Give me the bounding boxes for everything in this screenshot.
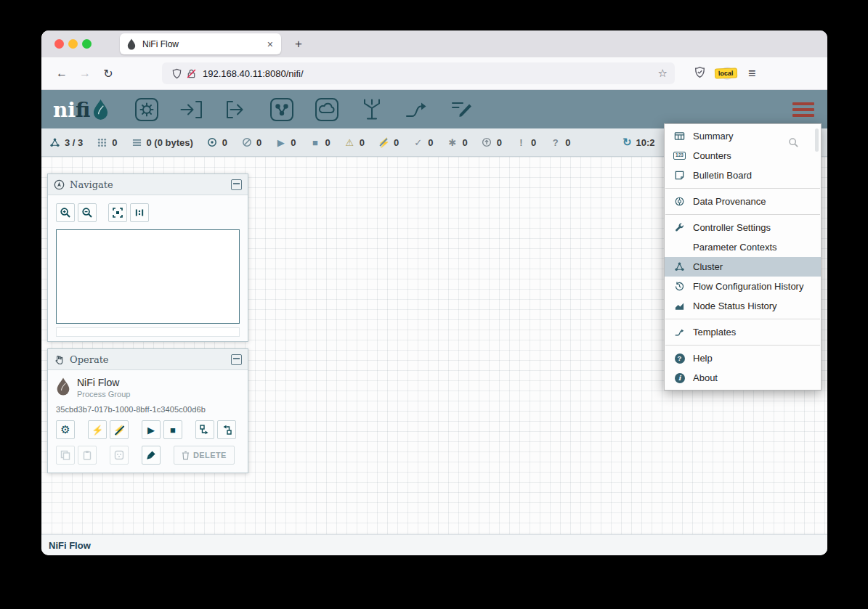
- enable-button[interactable]: ⚡: [88, 420, 107, 439]
- label-icon[interactable]: [449, 97, 475, 123]
- menu-item-node-status-history[interactable]: Node Status History: [665, 296, 821, 316]
- menu-item-templates[interactable]: Templates: [665, 322, 821, 342]
- url-text[interactable]: 192.168.40.11:8080/nifi/: [203, 68, 658, 79]
- menu-item-controller-settings[interactable]: Controller Settings: [665, 218, 821, 237]
- queued-status: 0 (0 bytes): [131, 136, 193, 148]
- window-close-button[interactable]: [54, 39, 64, 49]
- new-tab-button[interactable]: +: [290, 36, 307, 53]
- group-button[interactable]: [110, 446, 129, 465]
- locally-modified-stale-status: !0: [515, 136, 536, 148]
- navigate-icon: [54, 179, 65, 190]
- disable-button[interactable]: ⚡: [110, 420, 129, 439]
- change-version-button[interactable]: [217, 420, 236, 439]
- configuration-button[interactable]: ⚙: [56, 420, 75, 439]
- paste-button[interactable]: [78, 446, 97, 465]
- invalid-icon: ⚠: [344, 136, 356, 148]
- back-button[interactable]: ←: [50, 67, 73, 80]
- operate-title: Operate: [70, 354, 109, 365]
- nifi-global-menu-button[interactable]: [792, 102, 814, 117]
- parameter-contexts-icon: [673, 242, 686, 253]
- window-minimize-button[interactable]: [68, 39, 78, 49]
- browser-window: NiFi Flow × + ← → ↻ 192.168.40.11:8080/n…: [41, 30, 827, 555]
- running-status: ▶0: [275, 136, 296, 148]
- navigate-collapse-button[interactable]: [231, 179, 242, 190]
- bookmark-star-icon[interactable]: ☆: [658, 67, 668, 80]
- not-transmitting-icon: [240, 136, 253, 148]
- window-zoom-button[interactable]: [82, 39, 92, 49]
- disabled-status: ⚡0: [378, 136, 399, 148]
- refresh-icon[interactable]: ↻: [622, 136, 632, 149]
- zoom-actual-size-button[interactable]: [130, 203, 149, 222]
- last-refreshed-time: 10:2: [636, 137, 655, 148]
- reload-button[interactable]: ↻: [97, 67, 120, 81]
- firefox-menu-icon[interactable]: ≡: [748, 66, 756, 81]
- counters-icon: 123: [673, 150, 686, 162]
- operate-collapse-button[interactable]: [231, 354, 242, 365]
- running-icon: ▶: [275, 136, 287, 148]
- template-icon[interactable]: [404, 97, 430, 123]
- zoom-in-button[interactable]: [56, 203, 75, 222]
- funnel-icon[interactable]: [359, 97, 385, 123]
- profile-avatar[interactable]: local: [719, 66, 735, 81]
- active-threads-status: 0: [96, 136, 117, 148]
- stopped-icon: ■: [309, 136, 322, 148]
- menu-item-help[interactable]: ? Help: [665, 348, 821, 368]
- sync-failure-status: ?0: [549, 136, 570, 148]
- tracking-shield-icon[interactable]: [169, 68, 184, 79]
- refresh-status[interactable]: ↻ 10:2: [622, 128, 655, 156]
- queue-list-icon: [131, 136, 143, 148]
- cluster-icon: [673, 261, 686, 273]
- menu-item-bulletin-board[interactable]: Bulletin Board: [665, 165, 821, 185]
- menu-item-cluster[interactable]: Cluster: [665, 257, 821, 277]
- menu-divider: [665, 214, 820, 215]
- navigate-header[interactable]: Navigate: [48, 174, 248, 195]
- stale-icon: [481, 136, 493, 148]
- menu-item-parameter-contexts[interactable]: Parameter Contexts: [665, 237, 821, 257]
- locally-modified-status: ✱0: [446, 136, 467, 148]
- menu-divider: [665, 319, 820, 319]
- menu-scrollbar[interactable]: [815, 128, 819, 152]
- output-port-icon[interactable]: [224, 97, 250, 123]
- forward-button[interactable]: →: [73, 67, 97, 80]
- protections-shield-icon[interactable]: [694, 66, 706, 81]
- start-button[interactable]: ▶: [142, 420, 161, 439]
- breadcrumb-bar: NiFi Flow: [41, 534, 827, 555]
- fill-color-button[interactable]: [142, 446, 161, 465]
- selection-name: NiFi Flow: [77, 377, 130, 388]
- stop-button[interactable]: ■: [163, 420, 182, 439]
- modified-stale-icon: !: [515, 136, 527, 148]
- zoom-out-button[interactable]: [78, 203, 97, 222]
- zoom-fit-button[interactable]: [108, 203, 127, 222]
- breadcrumb[interactable]: NiFi Flow: [49, 540, 91, 551]
- invalid-status: ⚠0: [344, 136, 365, 148]
- tab-close-icon[interactable]: ×: [266, 38, 275, 50]
- birdseye-brush[interactable]: [56, 327, 240, 337]
- birdseye-minimap[interactable]: [56, 229, 240, 324]
- selection-type: Process Group: [77, 390, 130, 398]
- bulletin-note-icon: [673, 170, 686, 181]
- nifi-global-menu: Summary 123 Counters Bulletin Board Data…: [664, 123, 822, 391]
- disabled-icon: ⚡: [378, 136, 390, 148]
- navigate-palette: Navigate: [47, 173, 248, 342]
- menu-item-about[interactable]: i About: [665, 368, 821, 388]
- menu-item-data-provenance[interactable]: Data Provenance: [665, 192, 821, 211]
- copy-button[interactable]: [56, 446, 75, 465]
- menu-item-flow-configuration-history[interactable]: Flow Configuration History: [665, 277, 821, 296]
- url-bar[interactable]: 192.168.40.11:8080/nifi/ ☆: [162, 62, 675, 84]
- stopped-status: ■0: [309, 136, 330, 148]
- browser-tab[interactable]: NiFi Flow ×: [120, 33, 281, 54]
- operate-header[interactable]: Operate: [48, 349, 248, 370]
- menu-divider: [665, 345, 820, 346]
- process-group-icon[interactable]: [269, 97, 295, 123]
- insecure-lock-icon[interactable]: [184, 68, 198, 79]
- toolbar-right: local ≡: [694, 66, 756, 81]
- copy-from-version-button[interactable]: [195, 420, 214, 439]
- processor-icon[interactable]: [134, 97, 160, 123]
- global-search-icon[interactable]: [788, 137, 799, 151]
- locally-modified-icon: ✱: [446, 136, 458, 148]
- remote-process-group-icon[interactable]: [314, 97, 340, 123]
- delete-button[interactable]: DELETE: [174, 446, 235, 465]
- logo-fi: fi: [76, 100, 90, 120]
- selection-id: 35cbd3b7-017b-1000-8bff-1c3405c00d6b: [56, 405, 240, 414]
- input-port-icon[interactable]: [179, 97, 205, 123]
